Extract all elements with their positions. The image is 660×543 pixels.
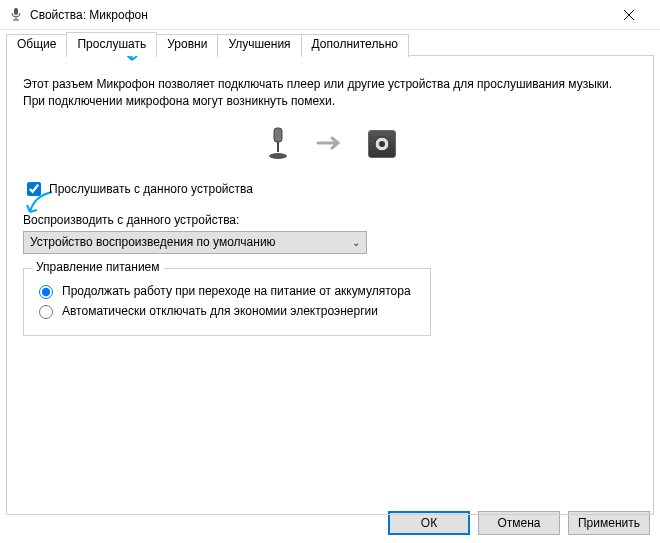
arrow-right-icon [316,135,344,154]
power-management-legend: Управление питанием [32,260,164,274]
mic-device-icon [264,126,292,163]
svg-point-9 [379,141,385,147]
power-auto-off-radio[interactable] [39,305,53,319]
speaker-device-icon [368,130,396,158]
playback-device-select[interactable]: Устройство воспроизведения по умолчанию … [23,231,367,254]
tab-listen[interactable]: Прослушать [66,32,157,56]
power-auto-off-label: Автоматически отключать для экономии эле… [62,303,378,319]
power-auto-off-row[interactable]: Автоматически отключать для экономии эле… [34,303,420,319]
chevron-down-icon: ⌄ [352,237,360,248]
listen-illustration [23,126,637,163]
listen-checkbox-label: Прослушивать с данного устройства [49,182,253,196]
svg-rect-5 [274,128,282,142]
listen-checkbox-row[interactable]: Прослушивать с данного устройства [23,179,637,199]
power-keep-on-row[interactable]: Продолжать работу при переходе на питани… [34,283,420,299]
titlebar: Свойства: Микрофон [0,0,660,30]
power-keep-on-radio[interactable] [39,285,53,299]
power-management-group: Управление питанием Продолжать работу пр… [23,268,431,336]
svg-point-7 [269,153,287,159]
tab-general[interactable]: Общие [6,34,67,57]
tab-levels[interactable]: Уровни [156,34,218,57]
close-icon [623,9,635,21]
listen-panel: Этот разъем Микрофон позволяет подключат… [6,55,654,515]
tab-strip: Общие Прослушать Уровни Улучшения Дополн… [0,30,660,55]
power-keep-on-label: Продолжать работу при переходе на питани… [62,283,411,299]
playback-device-selected: Устройство воспроизведения по умолчанию [30,235,276,249]
listen-checkbox[interactable] [27,182,41,196]
window-title: Свойства: Микрофон [30,8,606,22]
tab-advanced[interactable]: Дополнительно [301,34,409,57]
close-button[interactable] [606,0,652,30]
listen-description: Этот разъем Микрофон позволяет подключат… [23,76,637,110]
playback-device-label: Воспроизводить с данного устройства: [23,213,637,227]
svg-rect-0 [14,8,18,15]
microphone-icon [8,7,24,23]
tab-enhancements[interactable]: Улучшения [217,34,301,57]
